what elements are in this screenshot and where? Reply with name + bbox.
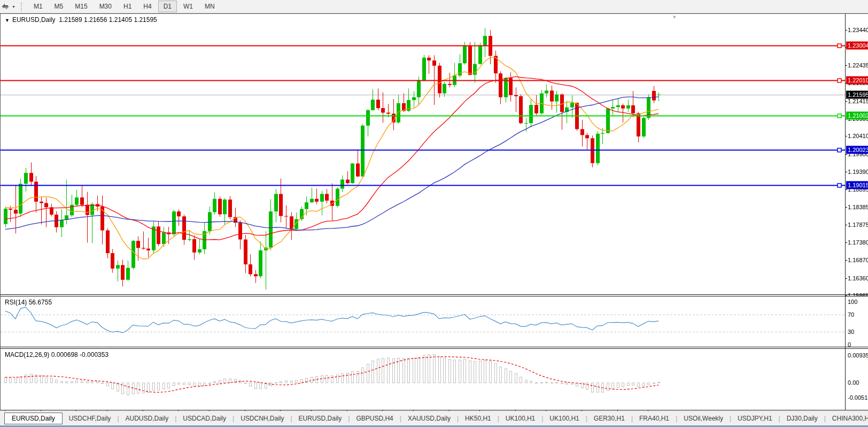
timeframe-buttons: M1M5M15M30H1H4D1W1MN <box>28 1 221 12</box>
toolbar-grip[interactable] <box>21 2 24 11</box>
price-chart-canvas[interactable] <box>1 14 845 294</box>
price-level-badge: 1.21595 <box>846 90 868 98</box>
chart-tool-button[interactable]: ▼ <box>0 2 18 11</box>
timeframe-button-d1[interactable]: D1 <box>158 1 177 12</box>
timeframe-button-m5[interactable]: M5 <box>49 1 69 12</box>
axis-separator-line <box>845 14 846 410</box>
chart-title: ▼EURUSD,Daily 1.21589 1.21656 1.21405 1.… <box>5 16 157 24</box>
timeframe-button-h1[interactable]: H1 <box>118 1 137 12</box>
timeframe-button-w1[interactable]: W1 <box>178 1 198 12</box>
rsi-axis-label: 70 <box>848 311 854 318</box>
rsi-axis-label: 30 <box>848 329 854 335</box>
macd-axis-label: -0.005156 <box>848 394 868 401</box>
chart-tab-active[interactable]: EURUSD,Daily <box>4 413 63 424</box>
timeframe-button-m1[interactable]: M1 <box>28 1 48 12</box>
price-level-badge: 1.19015 <box>846 181 868 189</box>
chart-shift-marker-icon[interactable]: ▼ <box>672 14 677 20</box>
rsi-axis-label: 100 <box>848 299 857 305</box>
chart-tool-icon <box>1 2 10 11</box>
chart-tab[interactable]: DJ30,Daily <box>780 413 824 424</box>
macd-axis-label: 0.009354 <box>848 352 868 359</box>
chart-tab[interactable]: HK50,H1 <box>459 413 498 424</box>
chart-tab[interactable]: AUDUSD,Daily <box>119 413 175 424</box>
trading-terminal: ▼ M1M5M15M30H1H4D1W1MN ▼EURUSD,Daily 1.2… <box>0 0 868 427</box>
rsi-canvas[interactable] <box>1 296 845 347</box>
title-collapse-icon[interactable]: ▼ <box>5 18 10 23</box>
chart-tab[interactable]: CHINA300,H1 <box>826 413 868 424</box>
chart-tab[interactable]: USDCAD,Daily <box>176 413 232 424</box>
price-level-badge: 1.21002 <box>846 111 868 119</box>
rsi-panel: RSI(14) 56.6755 10070300 <box>1 296 868 347</box>
price-level-badge: 1.23004 <box>846 41 868 49</box>
dropdown-caret-icon[interactable]: ▼ <box>12 5 15 9</box>
chart-window: ▼EURUSD,Daily 1.21589 1.21656 1.21405 1.… <box>0 13 868 410</box>
chart-tab[interactable]: UK100,H1 <box>499 413 541 424</box>
price-axis-label: 1.16360 <box>848 275 868 281</box>
chart-tab[interactable]: FRA40,H1 <box>633 413 676 424</box>
chart-tab[interactable]: UK100,H1 <box>543 413 585 424</box>
macd-panel: MACD(12,26,9) 0.000698 -0.000353 0.00935… <box>1 349 868 400</box>
price-axis-label: 1.18385 <box>848 204 868 210</box>
macd-axis-label: 0.00 <box>848 379 859 386</box>
rsi-label: RSI(14) 56.6755 <box>5 299 52 306</box>
chart-tab[interactable]: XAUUSD,Daily <box>401 413 457 424</box>
price-axis-label: 1.19390 <box>848 169 868 175</box>
chart-title-symbol: EURUSD,Daily <box>12 16 56 24</box>
chart-tab-bar: EURUSD,DailyUSDCHF,Daily|AUDUSD,Daily|US… <box>0 411 868 425</box>
timeframe-button-m15[interactable]: M15 <box>69 1 92 12</box>
rsi-axis-label: 0 <box>848 341 851 348</box>
macd-canvas[interactable] <box>1 349 845 400</box>
chart-tab[interactable]: EURUSD,Daily <box>292 413 348 424</box>
price-level-badge: 1.22010 <box>846 76 868 84</box>
price-axis-label: 1.17380 <box>848 239 868 246</box>
price-level-badge: 1.20023 <box>846 146 868 154</box>
price-axis-label: 1.20410 <box>848 133 868 139</box>
price-axis-label: 1.23440 <box>848 27 868 33</box>
chart-tab[interactable]: USDCHF,Daily <box>63 413 118 424</box>
timeframe-toolbar: ▼ M1M5M15M30H1H4D1W1MN <box>0 0 868 13</box>
timeframe-button-mn[interactable]: MN <box>199 1 220 12</box>
macd-label: MACD(12,26,9) 0.000698 -0.000353 <box>5 351 108 359</box>
price-axis-label: 1.16870 <box>848 257 868 263</box>
timeframe-button-m30[interactable]: M30 <box>94 1 117 12</box>
chart-title-ohlc: 1.21589 1.21656 1.21405 1.21595 <box>59 16 157 24</box>
chart-tab[interactable]: USDCNH,Daily <box>234 413 290 424</box>
price-axis-label: 1.17875 <box>848 222 868 228</box>
chart-tab[interactable]: GER30,H1 <box>587 413 631 424</box>
chart-tab[interactable]: GBPUSD,H4 <box>350 413 399 424</box>
chart-tab[interactable]: USDJPY,H1 <box>731 413 778 424</box>
price-panel: ▼EURUSD,Daily 1.21589 1.21656 1.21405 1.… <box>1 14 868 294</box>
price-axis-label: 1.21415 <box>848 98 868 104</box>
chart-tab[interactable]: USOil,Weekly <box>677 413 730 424</box>
timeframe-button-h4[interactable]: H4 <box>138 1 157 12</box>
price-axis-label: 1.22435 <box>848 62 868 68</box>
